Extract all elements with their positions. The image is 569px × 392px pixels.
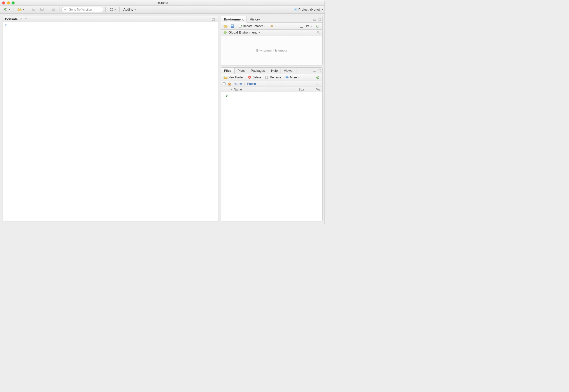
rename-button[interactable]: Rename (264, 75, 282, 79)
svg-rect-12 (313, 20, 316, 20)
globe-icon (223, 31, 227, 35)
up-arrow-icon (225, 93, 229, 97)
delete-button[interactable]: Delete (247, 75, 262, 79)
svg-rect-6 (41, 8, 43, 9)
home-icon[interactable] (228, 82, 231, 86)
breadcrumb-public[interactable]: Public (247, 82, 256, 86)
zoom-icon[interactable] (12, 1, 15, 4)
minimize-pane-icon[interactable] (312, 69, 316, 73)
new-folder-label: New Folder (228, 76, 244, 79)
project-icon (293, 8, 297, 12)
env-scope-label[interactable]: Global Environment (228, 31, 257, 34)
console-header: Console ~/ (3, 16, 218, 22)
titlebar: RStudio (0, 0, 324, 6)
svg-point-24 (286, 76, 288, 78)
goto-input[interactable]: Go to file/function (61, 7, 103, 12)
tab-history[interactable]: History (247, 16, 263, 22)
chevron-right-icon: › (244, 82, 245, 86)
save-icon (230, 24, 234, 28)
folder-open-icon (224, 24, 228, 28)
file-list: .. (221, 92, 322, 221)
svg-rect-20 (318, 70, 321, 72)
cursor (10, 23, 10, 27)
console-prompt: > (5, 23, 7, 27)
folder-open-icon (18, 8, 21, 12)
tab-plots[interactable]: Plots (235, 68, 248, 74)
console-pane: Console ~/ > (3, 16, 218, 221)
breadcrumb-overflow-icon[interactable]: … (316, 82, 321, 86)
delete-icon (247, 75, 251, 79)
svg-rect-8 (53, 8, 54, 9)
svg-rect-23 (266, 76, 267, 79)
arrow-right-icon (64, 8, 68, 12)
env-toolbar: Import Dataset ▾ List ▾ (221, 23, 322, 30)
new-folder-button[interactable]: New Folder (223, 75, 245, 79)
console-body[interactable]: > (3, 22, 218, 221)
files-toolbar: New Folder Delete Rename M (221, 74, 322, 81)
console-path: ~/ (19, 18, 21, 21)
breadcrumb-home[interactable]: Home (233, 82, 242, 86)
sort-asc-icon[interactable]: ▲ (230, 88, 233, 91)
grid-view-button[interactable]: ▾ (108, 7, 117, 13)
svg-point-18 (317, 31, 319, 33)
refresh-env-button[interactable] (315, 24, 321, 28)
more-button[interactable]: More ▾ (284, 75, 300, 79)
addins-label: Addins (123, 8, 133, 11)
environment-pane: Environment History (221, 16, 322, 65)
up-dir-label: .. (231, 94, 238, 97)
close-icon[interactable] (2, 1, 5, 4)
files-tabs: Files Plots Packages Help Viewer (221, 68, 322, 74)
tab-environment[interactable]: Environment (221, 16, 247, 23)
rename-icon (265, 75, 269, 79)
refresh-files-button[interactable] (315, 75, 321, 79)
maximize-icon[interactable] (211, 17, 215, 21)
popout-icon[interactable] (23, 17, 27, 21)
tab-viewer[interactable]: Viewer (281, 68, 297, 74)
gear-icon (285, 75, 289, 79)
env-scope-bar: Global Environment ▾ (221, 30, 322, 36)
env-empty-text: Environment is empty (256, 49, 287, 52)
maximize-pane-icon[interactable] (317, 69, 321, 73)
list-icon (300, 24, 303, 28)
import-icon (238, 24, 242, 28)
refresh-icon (316, 75, 320, 79)
load-workspace-button[interactable] (223, 24, 228, 28)
env-body: Environment is empty (221, 36, 322, 65)
parent-dir-row[interactable]: .. (221, 93, 322, 98)
col-modified-header[interactable]: Mo (316, 88, 322, 91)
col-name-header[interactable]: Name (234, 88, 242, 91)
more-label: More (290, 76, 297, 79)
files-pane: Files Plots Packages Help Viewer New Fol… (221, 67, 322, 221)
maximize-pane-icon[interactable] (317, 18, 321, 21)
addins-button[interactable]: Addins ▾ (122, 7, 137, 13)
tab-packages[interactable]: Packages (248, 68, 268, 74)
minimize-pane-icon[interactable] (312, 18, 316, 21)
print-button[interactable] (50, 7, 57, 13)
svg-rect-3 (33, 8, 35, 9)
save-icon (32, 8, 36, 12)
import-dataset-button[interactable]: Import Dataset ▾ (237, 24, 266, 28)
list-view-button[interactable]: List ▾ (299, 24, 313, 28)
minimize-icon[interactable] (7, 1, 10, 4)
save-all-button[interactable] (38, 7, 46, 13)
goto-placeholder: Go to file/function (69, 8, 92, 11)
import-dataset-label: Import Dataset (243, 24, 263, 28)
svg-rect-19 (313, 71, 316, 72)
env-search-input[interactable] (316, 30, 320, 35)
tab-help[interactable]: Help (268, 68, 281, 74)
env-tabs: Environment History (221, 16, 322, 23)
save-button[interactable] (30, 7, 37, 13)
select-all-checkbox[interactable] (223, 82, 226, 85)
files-breadcrumb: Home › Public … (221, 81, 322, 87)
workspace: Console ~/ > Environmen (0, 14, 324, 224)
col-size-header[interactable]: Size (299, 88, 316, 91)
clear-workspace-button[interactable] (268, 24, 274, 28)
window-title: RStudio (157, 1, 168, 5)
project-menu[interactable]: Project: (None) ▾ (293, 8, 323, 12)
save-workspace-button[interactable] (229, 24, 235, 28)
open-file-button[interactable]: ▾ (16, 7, 26, 13)
new-file-button[interactable]: ▾ (2, 7, 12, 13)
delete-label: Delete (252, 76, 261, 79)
tab-files[interactable]: Files (221, 68, 235, 74)
svg-rect-1 (5, 9, 7, 11)
